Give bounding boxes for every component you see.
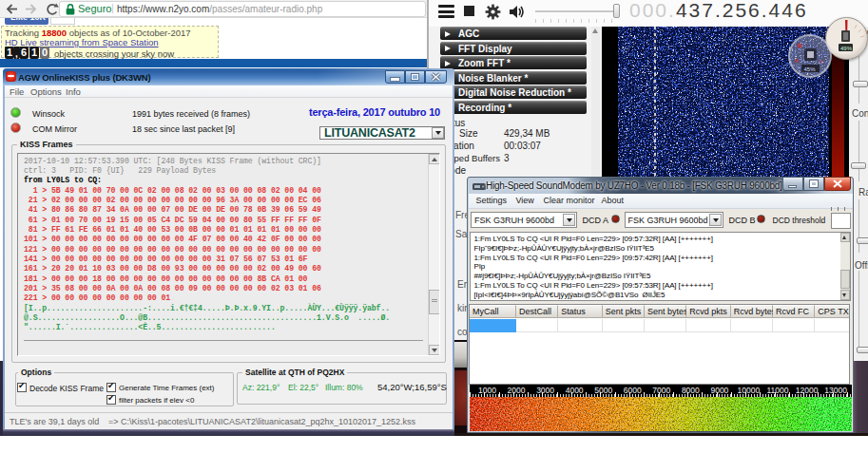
svg-text:49%: 49% [840, 46, 853, 51]
svg-text:45%: 45% [804, 66, 817, 72]
